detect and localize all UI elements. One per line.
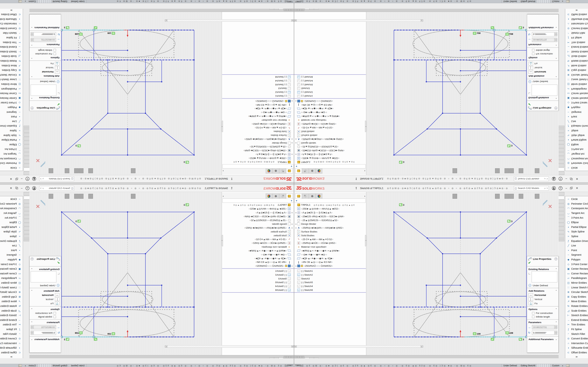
- toolbar-icon[interactable]: [169, 194, 174, 199]
- sketch-tool-item[interactable]: ▱ Parallelogram: [565, 276, 588, 281]
- bottom-toolbar-icon[interactable]: [347, 4, 351, 8]
- bottom-toolbar-icon[interactable]: [320, 4, 324, 8]
- add-relation-row[interactable]: │ Vertical: [527, 66, 558, 70]
- tree-item-sketch[interactable]: (-) Sketch1: [294, 269, 366, 273]
- toolbar-icon[interactable]: [150, 194, 155, 199]
- sketch-tool-item[interactable]: ⊞ Copy Entities: [0, 294, 23, 299]
- command-tab[interactable]: [24, 204, 29, 207]
- search-box[interactable]: ◫ Search CAD Models ⌕ ▾: [39, 186, 74, 191]
- toolbar-icon[interactable]: [117, 194, 121, 199]
- bottom-toolbar-icon[interactable]: [295, 359, 300, 363]
- bottom-toolbar-icon[interactable]: [347, 359, 351, 363]
- tag-icon[interactable]: [566, 364, 570, 367]
- add-relation-row[interactable]: │ Vertical: [527, 297, 558, 301]
- toolbar-icon[interactable]: [60, 194, 65, 199]
- command-tab[interactable]: [24, 127, 29, 129]
- menu-item[interactable]: [238, 188, 242, 189]
- toolbar-icon[interactable]: [528, 194, 533, 199]
- bottom-toolbar-icon[interactable]: [278, 4, 283, 8]
- parameter-input[interactable]: 0.00000000°: [34, 331, 56, 335]
- panel-splitter-handle[interactable]: [365, 235, 367, 246]
- toolbar-icon[interactable]: [528, 168, 533, 173]
- collapse-icon[interactable]: ⌃: [555, 268, 557, 270]
- toolbar-icon[interactable]: [490, 168, 495, 173]
- tree-item[interactable]: ▸ ○Λ▲◎♣25◦Ʒ○◦○Ʒ◦52♣◎▲Λ○: [222, 211, 294, 215]
- tree-item[interactable]: ○♣Ʒ9◦▲○✳◉○◦○◉✳○▲◦9Ʒ♣○: [294, 256, 366, 260]
- toolbar-icon[interactable]: [136, 168, 140, 173]
- toolbar-icon[interactable]: [476, 194, 481, 199]
- menu-item[interactable]: [254, 178, 257, 180]
- sketch-tool-item[interactable]: ◆ Polygon: [0, 105, 23, 110]
- command-tab[interactable]: [559, 204, 564, 207]
- toolbar-icon[interactable]: [117, 168, 121, 173]
- toolbar-icon[interactable]: [481, 168, 485, 173]
- toolbar-icon[interactable]: [93, 168, 98, 173]
- help-icon[interactable]: ?: [31, 107, 34, 109]
- toolbar-icon[interactable]: [514, 168, 519, 173]
- toolbar-icon[interactable]: [533, 194, 535, 199]
- tree-item[interactable]: ○25Ɛ♣◦▲◎ΛAΦ○◦○ΦAΛ◎▲◦♣Ɛ52○: [294, 156, 366, 160]
- section-add-relations[interactable]: Add Relations ⌃: [30, 74, 61, 78]
- sketch-tool-item[interactable]: ◆ Polygon: [0, 257, 23, 262]
- toolbar-icon[interactable]: [405, 168, 409, 173]
- toolbar-icon[interactable]: [44, 194, 49, 199]
- command-tab[interactable]: [559, 223, 564, 226]
- command-tab[interactable]: [559, 160, 564, 163]
- add-relation-row[interactable]: │ Vertical: [30, 66, 61, 70]
- bottom-toolbar-icon[interactable]: [305, 359, 310, 363]
- menu-item[interactable]: [242, 178, 246, 180]
- bottom-toolbar-icon[interactable]: [337, 359, 341, 363]
- toolbar-icon[interactable]: [44, 168, 49, 173]
- sketch-tool-item[interactable]: ≈ Spline: [565, 128, 588, 133]
- toolbar-icon[interactable]: [391, 194, 395, 199]
- collapse-icon[interactable]: ⌃: [31, 290, 33, 292]
- section-options[interactable]: Options ⌃: [527, 307, 558, 311]
- tree-item-sketch[interactable]: (-) Sketch2: [222, 90, 294, 94]
- tree-item-sketch[interactable]: (-) Sketch1: [222, 269, 294, 273]
- sketch-tool-item[interactable]: ≈ Spline: [0, 234, 23, 239]
- toolbar-icon[interactable]: [207, 168, 212, 173]
- tree-item-sketch[interactable]: (-) Sketch4: [222, 79, 294, 83]
- ok-button[interactable]: ✔: [527, 261, 558, 266]
- minimize-button[interactable]: –: [564, 177, 569, 181]
- command-tab[interactable]: [24, 133, 29, 136]
- sketch-tool-item[interactable]: ╱ Line: [0, 119, 23, 124]
- scroll-left-button[interactable]: ◂: [291, 345, 294, 347]
- bottom-toolbar-icon[interactable]: [300, 4, 305, 8]
- toolbar-icon[interactable]: [442, 168, 447, 173]
- scroll-left-button[interactable]: ◂: [291, 20, 294, 22]
- restore-button[interactable]: [14, 186, 19, 190]
- relation-button-icon[interactable]: ⚓: [528, 62, 533, 65]
- tag-icon[interactable]: [566, 0, 570, 3]
- tree-item[interactable]: ○25♣Ɛ25○ИN◎◦♣ƆƐ25○◦○52ƐƆ♣◦◎NИ○: [294, 214, 366, 218]
- sketch-tool-item[interactable]: ⊞ Copy Entities: [565, 68, 588, 73]
- expand-arrow-icon[interactable]: ▸: [291, 142, 293, 144]
- tab-nav-arrow[interactable]: [297, 356, 299, 358]
- sketch-tool-item[interactable]: ⌒ 3 Point Arc: [0, 215, 23, 220]
- collapse-icon[interactable]: ⌄: [31, 338, 33, 341]
- toolbar-icon[interactable]: [549, 168, 553, 173]
- toolbar-icon[interactable]: [107, 194, 112, 199]
- close-button[interactable]: ✕: [8, 177, 14, 181]
- sketch-tool-item[interactable]: ƒ Equation Driven Curve: [0, 239, 23, 243]
- tree-item[interactable]: Surface Bodies: [222, 133, 294, 137]
- toolbar-icon[interactable]: [519, 168, 523, 173]
- toolbar-icon[interactable]: [395, 168, 400, 173]
- tree-item[interactable]: ○♣ИN◎▲+○✳◉○◦○◉✳○+▲◎NИ♣○: [222, 249, 294, 253]
- tree-filter-input[interactable]: ▼: [222, 199, 294, 203]
- menu-item[interactable]: [331, 188, 334, 189]
- model-tab[interactable]: [309, 9, 314, 9]
- sketch-tool-item[interactable]: ◡ Tangent Arc: [565, 152, 588, 156]
- propertymanager-tab[interactable]: [302, 168, 309, 174]
- toolbar-icon[interactable]: [198, 194, 202, 199]
- sketch-tool-item[interactable]: ∩ Intersection Curve: [565, 341, 588, 345]
- expand-arrow-icon[interactable]: ▸: [291, 100, 293, 102]
- section-existing-relations[interactable]: Existing Relations ⌃: [527, 96, 558, 100]
- bottom-toolbar-icon[interactable]: [259, 4, 263, 8]
- bottom-toolbar-icon[interactable]: [256, 4, 259, 8]
- sketch-tool-item[interactable]: ⊂ Offset Entities: [565, 12, 588, 17]
- sketch-tool-item[interactable]: ○ Circle: [565, 166, 588, 170]
- collapse-icon[interactable]: ⌃: [555, 308, 557, 310]
- help-icon[interactable]: ?: [26, 177, 29, 181]
- bottom-toolbar-icon[interactable]: [242, 359, 246, 363]
